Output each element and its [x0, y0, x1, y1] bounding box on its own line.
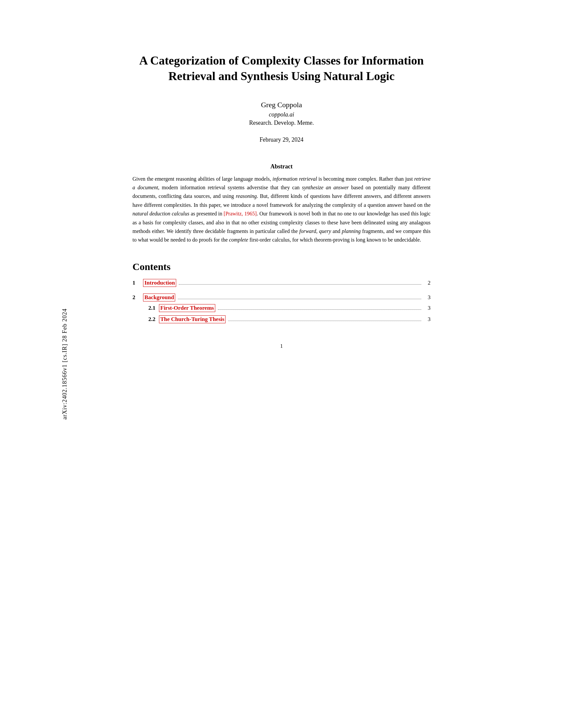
toc-page-2-2: 3: [424, 316, 431, 323]
page-number: 1: [132, 343, 431, 349]
toc-page-2-1: 3: [424, 305, 431, 311]
toc-item-introduction: 1 Introduction 2: [132, 279, 431, 287]
toc-dots-2-1: [218, 309, 421, 310]
arxiv-side-label: arXiv:2402.18566v1 [cs.IR] 28 Feb 2024: [61, 308, 68, 420]
title-section: A Categorization of Complexity Classes f…: [132, 53, 431, 143]
author-name: Greg Coppola: [132, 101, 431, 109]
toc-page-2: 3: [424, 294, 431, 301]
toc-link-introduction[interactable]: Introduction: [143, 279, 176, 287]
toc-link-church-turing[interactable]: The Church-Turing Thesis: [159, 315, 225, 323]
toc-item-background: 2 Background 3: [132, 294, 431, 301]
abstract-heading: Abstract: [132, 163, 431, 170]
toc-dots-1: [179, 284, 421, 285]
toc-link-background[interactable]: Background: [143, 294, 175, 301]
contents-section: Contents 1 Introduction 2 2 Background 3…: [132, 261, 431, 323]
contents-heading: Contents: [132, 261, 431, 272]
abstract-section: Abstract Given the emergent reasoning ab…: [132, 163, 431, 245]
toc-number-1: 1: [132, 280, 143, 286]
toc-item-2-2: 2.2 The Church-Turing Thesis 3: [132, 315, 431, 323]
author-section: Greg Coppola coppola.ai Research. Develo…: [132, 101, 431, 126]
author-affiliation: coppola.ai: [132, 111, 431, 118]
paper-title: A Categorization of Complexity Classes f…: [132, 53, 431, 84]
toc-number-2-1: 2.1: [148, 305, 159, 311]
toc-number-2-2: 2.2: [148, 316, 159, 323]
toc-dots-2: [178, 299, 421, 299]
toc-dots-2-2: [228, 321, 421, 321]
toc-item-2-1: 2.1 First-Order Theorems 3: [132, 304, 431, 312]
toc-link-first-order-theorems[interactable]: First-Order Theorems: [159, 304, 215, 312]
toc-page-1: 2: [424, 280, 431, 286]
prawitz-citation[interactable]: [Prawitz, 1965]: [223, 211, 257, 216]
page: arXiv:2402.18566v1 [cs.IR] 28 Feb 2024 A…: [0, 0, 563, 728]
paper-date: February 29, 2024: [132, 136, 431, 143]
abstract-text: Given the emergent reasoning abilities o…: [132, 175, 431, 245]
toc-number-2: 2: [132, 294, 143, 301]
author-tagline: Research. Develop. Meme.: [132, 119, 431, 126]
toc-separator-1: [132, 290, 431, 294]
paper-content: A Categorization of Complexity Classes f…: [132, 0, 431, 728]
